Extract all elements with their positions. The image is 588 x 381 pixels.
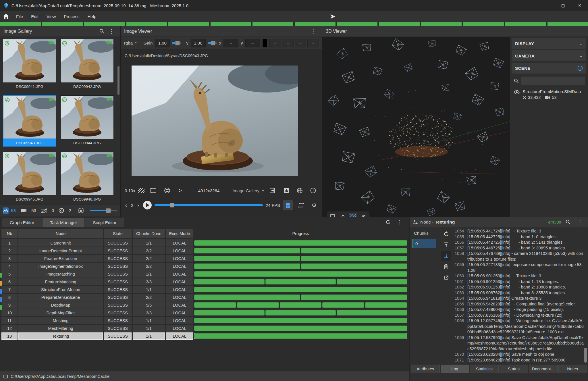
copy-log-icon[interactable] — [441, 262, 451, 272]
tab-script-editor[interactable]: Script Editor — [85, 218, 124, 227]
open-external-icon[interactable] — [441, 273, 451, 282]
thumbnail-DSC09941.JPG[interactable]: DSC09941.JPG — [3, 39, 56, 93]
scroll-to-top-icon[interactable] — [441, 240, 451, 250]
column-header-state[interactable]: State — [104, 229, 132, 238]
minimize-button[interactable]: — — [538, 0, 555, 11]
photo-view[interactable] — [132, 66, 298, 176]
playback-settings-gear-icon[interactable]: ⚙ — [309, 202, 319, 209]
previous-frame-button[interactable]: ‹ — [124, 202, 128, 208]
viewer-3d-settings-gear-icon[interactable]: ⚙ — [360, 213, 368, 217]
export-icon[interactable] — [267, 188, 278, 193]
bounding-box-icon[interactable] — [329, 213, 337, 217]
gallery-scrollbar[interactable] — [117, 66, 119, 95]
channel-select[interactable]: rgba — [124, 41, 133, 45]
refresh-icon[interactable] — [385, 220, 391, 225]
thumbnail-size-icon[interactable] — [76, 208, 86, 213]
menu-process[interactable]: Process — [60, 11, 83, 22]
task-row-Texturing[interactable]: 13TexturingSUCCESS1/1LOCAL — [0, 332, 409, 340]
intrinsics-count-icon[interactable] — [56, 208, 66, 213]
chunk-item-0[interactable]: 0 — [412, 239, 436, 248]
task-row-ImageMatching[interactable]: 5ImageMatchingSUCCESS1/1LOCAL — [0, 270, 409, 278]
scene-section[interactable]: SCENE — [512, 63, 586, 74]
task-row-CameraInit[interactable]: 1CameraInitSUCCESS1/1LOCAL — [0, 239, 409, 247]
column-header-chunks-done[interactable]: Chunks Done — [133, 229, 165, 238]
node-tab-statistics[interactable]: Statistics — [470, 365, 499, 373]
y-coordinate-input[interactable]: -- — [245, 39, 260, 47]
tab-graph-editor[interactable]: Graph Editor — [2, 218, 42, 227]
close-button[interactable]: ✕ — [571, 0, 588, 11]
menu-edit[interactable]: Edit — [27, 11, 43, 22]
scene-media-item[interactable]: StructureFromMotion.SfMData 33,432 53 — [510, 89, 588, 100]
loop-icon[interactable] — [296, 203, 306, 208]
task-row-StructureFromMotion[interactable]: 7StructureFromMotionSUCCESS1/1LOCAL — [0, 286, 409, 293]
play-button[interactable] — [143, 201, 152, 209]
log-scrollbar[interactable] — [584, 348, 587, 363]
visibility-eye-icon[interactable] — [514, 90, 520, 94]
wireframe-icon[interactable] — [339, 213, 347, 217]
task-row-DepthMap[interactable]: 9DepthMapSUCCESS5/5LOCAL — [0, 301, 409, 309]
column-header-node[interactable]: Node — [18, 229, 103, 238]
features-overlay-icon[interactable] — [138, 188, 144, 193]
home-button[interactable] — [0, 11, 12, 22]
task-row-ImageSegmentationBox[interactable]: 4ImageSegmentationBoxSUCCESS2/2LOCAL — [0, 263, 409, 270]
points-icon[interactable] — [176, 188, 185, 193]
node-tab-log[interactable]: Log — [441, 365, 469, 373]
gamma-slider[interactable] — [208, 42, 217, 44]
task-row-PrepareDenseScene[interactable]: 8PrepareDenseSceneSUCCESS2/2LOCAL — [0, 294, 409, 301]
scene-info-icon[interactable] — [577, 66, 583, 71]
frame-cache-button[interactable] — [283, 200, 293, 210]
node-panel-menu-icon[interactable]: ⋮ — [575, 219, 585, 225]
viewer-3d-canvas[interactable]: ⚙ — [322, 37, 510, 217]
thumbnail-DSC09945.JPG[interactable]: DSC09945.JPG — [3, 152, 56, 205]
scene-search-input[interactable] — [521, 76, 585, 85]
frame-icon[interactable] — [147, 188, 159, 193]
display-section[interactable]: DISPLAY ⌄ — [512, 38, 586, 49]
next-frame-button[interactable]: › — [136, 202, 140, 208]
info-icon[interactable] — [308, 188, 318, 193]
texture-mode-icon[interactable] — [349, 213, 357, 217]
task-row-FeatureMatching[interactable]: 6FeatureMatchingSUCCESS3/3LOCAL — [0, 278, 409, 286]
menu-view[interactable]: View — [43, 11, 60, 22]
node-tab-attributes[interactable]: Attributes — [411, 365, 440, 373]
node-tab-notes[interactable]: Notes — [558, 365, 587, 373]
output-selector[interactable]: Image Gallery — [233, 188, 265, 193]
sphere-icon[interactable] — [162, 187, 173, 194]
histogram-icon[interactable] — [281, 188, 292, 193]
node-tab-document[interactable]: Document... — [529, 365, 558, 373]
column-header-nb[interactable]: Nb — [1, 229, 18, 238]
thumbnail-DSC09943.JPG[interactable]: DSC09943.JPG — [3, 95, 56, 149]
task-row-MeshFiltering[interactable]: 12MeshFilteringSUCCESS1/1LOCAL — [0, 325, 409, 332]
thumbnail-DSC09946.JPG[interactable]: DSC09946.JPG — [60, 152, 114, 205]
node-settings-icon[interactable] — [413, 220, 418, 224]
node-tab-status[interactable]: Status — [500, 365, 528, 373]
camera-section[interactable]: CAMERA ⌄ — [512, 50, 586, 61]
thumbnail-size-slider[interactable] — [90, 210, 117, 211]
x-coordinate-input[interactable]: -- — [223, 39, 238, 47]
task-row-DepthMapFilter[interactable]: 10DepthMapFilterSUCCESS3/3LOCAL — [0, 309, 409, 317]
gallery-search-icon[interactable] — [97, 29, 107, 34]
task-row-Meshing[interactable]: 11MeshingSUCCESS1/1LOCAL — [0, 317, 409, 324]
camera-count-icon[interactable] — [18, 208, 29, 213]
tab-task-manager[interactable]: Task Manager — [43, 218, 84, 227]
thumbnail-DSC09942.JPG[interactable]: DSC09942.JPG — [60, 39, 114, 93]
menu-file[interactable]: File — [12, 11, 27, 22]
task-manager-menu-icon[interactable]: ⋮ — [395, 219, 405, 225]
task-row-FeatureExtraction[interactable]: 3FeatureExtractionSUCCESS2/2LOCAL — [0, 255, 409, 262]
scroll-to-bottom-icon[interactable] — [441, 251, 451, 261]
thumbnail-DSC09944.JPG[interactable]: DSC09944.JPG — [60, 95, 114, 149]
image-viewer-menu-icon[interactable]: ⋮ — [308, 28, 318, 34]
gain-slider[interactable] — [172, 42, 181, 44]
log-view[interactable]: 1054[15:05:05.441724][info] - Texture fi… — [453, 228, 584, 363]
log-search-icon[interactable] — [563, 220, 573, 224]
submit-arrow-icon[interactable]: ➤ — [330, 12, 336, 20]
column-header-progress[interactable]: Progress — [194, 229, 407, 238]
maximize-button[interactable]: ▢ — [555, 0, 571, 11]
column-header-exec-mode[interactable]: Exec Mode — [166, 229, 193, 238]
globe-icon[interactable] — [294, 188, 305, 194]
log-refresh-icon[interactable] — [441, 229, 451, 239]
image-count-icon[interactable] — [3, 207, 9, 214]
task-row-ImageDetectionPrompt[interactable]: 2ImageDetectionPromptSUCCESS2/2LOCAL — [0, 247, 409, 255]
frame-seek-slider[interactable] — [155, 204, 263, 206]
gain-input[interactable]: 1.00 — [155, 39, 170, 47]
menu-help[interactable]: Help — [83, 11, 100, 22]
